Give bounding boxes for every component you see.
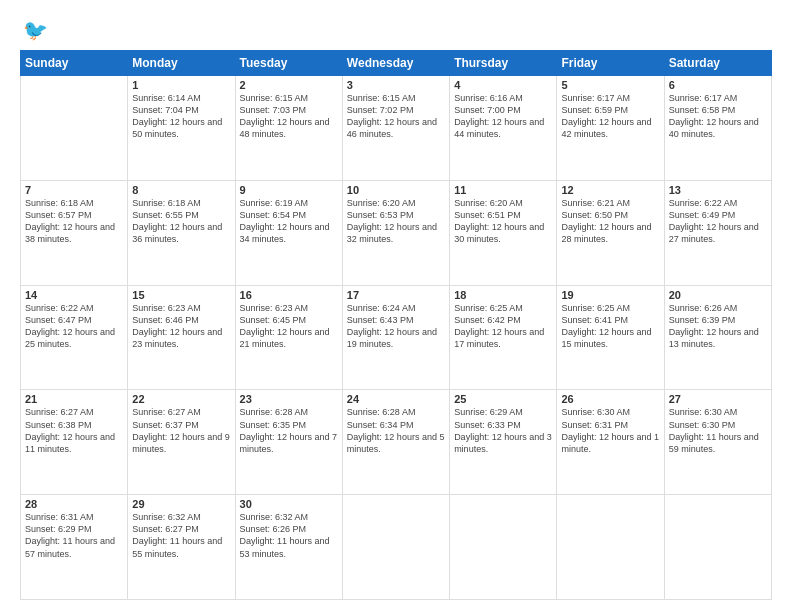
day-number: 19 bbox=[561, 289, 659, 301]
calendar-cell: 9 Sunrise: 6:19 AMSunset: 6:54 PMDayligh… bbox=[235, 180, 342, 285]
day-info: Sunrise: 6:28 AMSunset: 6:34 PMDaylight:… bbox=[347, 407, 445, 453]
day-header-wednesday: Wednesday bbox=[342, 51, 449, 76]
calendar-week-3: 14 Sunrise: 6:22 AMSunset: 6:47 PMDaylig… bbox=[21, 285, 772, 390]
calendar-week-4: 21 Sunrise: 6:27 AMSunset: 6:38 PMDaylig… bbox=[21, 390, 772, 495]
day-number: 29 bbox=[132, 498, 230, 510]
day-number: 27 bbox=[669, 393, 767, 405]
day-info: Sunrise: 6:22 AMSunset: 6:49 PMDaylight:… bbox=[669, 198, 759, 244]
day-header-sunday: Sunday bbox=[21, 51, 128, 76]
day-info: Sunrise: 6:19 AMSunset: 6:54 PMDaylight:… bbox=[240, 198, 330, 244]
calendar-cell bbox=[21, 76, 128, 181]
calendar-cell: 3 Sunrise: 6:15 AMSunset: 7:02 PMDayligh… bbox=[342, 76, 449, 181]
day-number: 26 bbox=[561, 393, 659, 405]
day-number: 23 bbox=[240, 393, 338, 405]
day-header-monday: Monday bbox=[128, 51, 235, 76]
calendar-week-5: 28 Sunrise: 6:31 AMSunset: 6:29 PMDaylig… bbox=[21, 495, 772, 600]
day-number: 30 bbox=[240, 498, 338, 510]
calendar-cell: 17 Sunrise: 6:24 AMSunset: 6:43 PMDaylig… bbox=[342, 285, 449, 390]
day-info: Sunrise: 6:28 AMSunset: 6:35 PMDaylight:… bbox=[240, 407, 338, 453]
day-info: Sunrise: 6:27 AMSunset: 6:37 PMDaylight:… bbox=[132, 407, 230, 453]
day-info: Sunrise: 6:30 AMSunset: 6:31 PMDaylight:… bbox=[561, 407, 659, 453]
calendar-cell: 5 Sunrise: 6:17 AMSunset: 6:59 PMDayligh… bbox=[557, 76, 664, 181]
day-number: 21 bbox=[25, 393, 123, 405]
day-info: Sunrise: 6:22 AMSunset: 6:47 PMDaylight:… bbox=[25, 303, 115, 349]
day-header-thursday: Thursday bbox=[450, 51, 557, 76]
calendar-cell: 16 Sunrise: 6:23 AMSunset: 6:45 PMDaylig… bbox=[235, 285, 342, 390]
day-info: Sunrise: 6:14 AMSunset: 7:04 PMDaylight:… bbox=[132, 93, 222, 139]
day-number: 16 bbox=[240, 289, 338, 301]
calendar-cell: 26 Sunrise: 6:30 AMSunset: 6:31 PMDaylig… bbox=[557, 390, 664, 495]
calendar-cell: 15 Sunrise: 6:23 AMSunset: 6:46 PMDaylig… bbox=[128, 285, 235, 390]
calendar-cell: 18 Sunrise: 6:25 AMSunset: 6:42 PMDaylig… bbox=[450, 285, 557, 390]
calendar-cell: 30 Sunrise: 6:32 AMSunset: 6:26 PMDaylig… bbox=[235, 495, 342, 600]
day-number: 2 bbox=[240, 79, 338, 91]
day-info: Sunrise: 6:24 AMSunset: 6:43 PMDaylight:… bbox=[347, 303, 437, 349]
calendar-cell: 27 Sunrise: 6:30 AMSunset: 6:30 PMDaylig… bbox=[664, 390, 771, 495]
calendar-cell bbox=[342, 495, 449, 600]
day-number: 13 bbox=[669, 184, 767, 196]
day-number: 8 bbox=[132, 184, 230, 196]
day-number: 7 bbox=[25, 184, 123, 196]
day-info: Sunrise: 6:17 AMSunset: 6:59 PMDaylight:… bbox=[561, 93, 651, 139]
calendar-cell: 21 Sunrise: 6:27 AMSunset: 6:38 PMDaylig… bbox=[21, 390, 128, 495]
calendar-cell: 11 Sunrise: 6:20 AMSunset: 6:51 PMDaylig… bbox=[450, 180, 557, 285]
day-info: Sunrise: 6:31 AMSunset: 6:29 PMDaylight:… bbox=[25, 512, 115, 558]
day-number: 1 bbox=[132, 79, 230, 91]
calendar-cell: 10 Sunrise: 6:20 AMSunset: 6:53 PMDaylig… bbox=[342, 180, 449, 285]
day-number: 20 bbox=[669, 289, 767, 301]
day-number: 10 bbox=[347, 184, 445, 196]
calendar-header-row: SundayMondayTuesdayWednesdayThursdayFrid… bbox=[21, 51, 772, 76]
day-number: 6 bbox=[669, 79, 767, 91]
calendar-cell: 24 Sunrise: 6:28 AMSunset: 6:34 PMDaylig… bbox=[342, 390, 449, 495]
day-info: Sunrise: 6:32 AMSunset: 6:26 PMDaylight:… bbox=[240, 512, 330, 558]
calendar-cell: 13 Sunrise: 6:22 AMSunset: 6:49 PMDaylig… bbox=[664, 180, 771, 285]
day-info: Sunrise: 6:18 AMSunset: 6:55 PMDaylight:… bbox=[132, 198, 222, 244]
day-info: Sunrise: 6:23 AMSunset: 6:45 PMDaylight:… bbox=[240, 303, 330, 349]
day-info: Sunrise: 6:29 AMSunset: 6:33 PMDaylight:… bbox=[454, 407, 552, 453]
logo: 🐦 bbox=[20, 18, 48, 42]
calendar-cell: 25 Sunrise: 6:29 AMSunset: 6:33 PMDaylig… bbox=[450, 390, 557, 495]
calendar-cell: 2 Sunrise: 6:15 AMSunset: 7:03 PMDayligh… bbox=[235, 76, 342, 181]
day-info: Sunrise: 6:32 AMSunset: 6:27 PMDaylight:… bbox=[132, 512, 222, 558]
calendar-cell bbox=[557, 495, 664, 600]
day-header-tuesday: Tuesday bbox=[235, 51, 342, 76]
calendar-cell: 14 Sunrise: 6:22 AMSunset: 6:47 PMDaylig… bbox=[21, 285, 128, 390]
day-info: Sunrise: 6:26 AMSunset: 6:39 PMDaylight:… bbox=[669, 303, 759, 349]
calendar-cell: 23 Sunrise: 6:28 AMSunset: 6:35 PMDaylig… bbox=[235, 390, 342, 495]
calendar-cell bbox=[450, 495, 557, 600]
day-number: 22 bbox=[132, 393, 230, 405]
calendar-cell: 29 Sunrise: 6:32 AMSunset: 6:27 PMDaylig… bbox=[128, 495, 235, 600]
calendar-cell: 12 Sunrise: 6:21 AMSunset: 6:50 PMDaylig… bbox=[557, 180, 664, 285]
calendar-cell: 6 Sunrise: 6:17 AMSunset: 6:58 PMDayligh… bbox=[664, 76, 771, 181]
calendar-cell: 1 Sunrise: 6:14 AMSunset: 7:04 PMDayligh… bbox=[128, 76, 235, 181]
day-number: 24 bbox=[347, 393, 445, 405]
calendar-cell: 4 Sunrise: 6:16 AMSunset: 7:00 PMDayligh… bbox=[450, 76, 557, 181]
day-header-saturday: Saturday bbox=[664, 51, 771, 76]
calendar-cell: 7 Sunrise: 6:18 AMSunset: 6:57 PMDayligh… bbox=[21, 180, 128, 285]
day-number: 3 bbox=[347, 79, 445, 91]
day-info: Sunrise: 6:30 AMSunset: 6:30 PMDaylight:… bbox=[669, 407, 759, 453]
day-header-friday: Friday bbox=[557, 51, 664, 76]
day-info: Sunrise: 6:15 AMSunset: 7:03 PMDaylight:… bbox=[240, 93, 330, 139]
day-number: 11 bbox=[454, 184, 552, 196]
day-number: 25 bbox=[454, 393, 552, 405]
day-info: Sunrise: 6:16 AMSunset: 7:00 PMDaylight:… bbox=[454, 93, 544, 139]
calendar-cell: 19 Sunrise: 6:25 AMSunset: 6:41 PMDaylig… bbox=[557, 285, 664, 390]
day-number: 4 bbox=[454, 79, 552, 91]
calendar-week-2: 7 Sunrise: 6:18 AMSunset: 6:57 PMDayligh… bbox=[21, 180, 772, 285]
day-info: Sunrise: 6:23 AMSunset: 6:46 PMDaylight:… bbox=[132, 303, 222, 349]
day-info: Sunrise: 6:20 AMSunset: 6:53 PMDaylight:… bbox=[347, 198, 437, 244]
calendar-table: SundayMondayTuesdayWednesdayThursdayFrid… bbox=[20, 50, 772, 600]
calendar-cell: 20 Sunrise: 6:26 AMSunset: 6:39 PMDaylig… bbox=[664, 285, 771, 390]
calendar-cell: 8 Sunrise: 6:18 AMSunset: 6:55 PMDayligh… bbox=[128, 180, 235, 285]
day-info: Sunrise: 6:18 AMSunset: 6:57 PMDaylight:… bbox=[25, 198, 115, 244]
calendar-cell bbox=[664, 495, 771, 600]
day-info: Sunrise: 6:15 AMSunset: 7:02 PMDaylight:… bbox=[347, 93, 437, 139]
day-info: Sunrise: 6:25 AMSunset: 6:42 PMDaylight:… bbox=[454, 303, 544, 349]
day-number: 14 bbox=[25, 289, 123, 301]
calendar-cell: 22 Sunrise: 6:27 AMSunset: 6:37 PMDaylig… bbox=[128, 390, 235, 495]
logo-bird-icon: 🐦 bbox=[23, 18, 48, 42]
day-number: 5 bbox=[561, 79, 659, 91]
calendar-cell: 28 Sunrise: 6:31 AMSunset: 6:29 PMDaylig… bbox=[21, 495, 128, 600]
day-number: 18 bbox=[454, 289, 552, 301]
